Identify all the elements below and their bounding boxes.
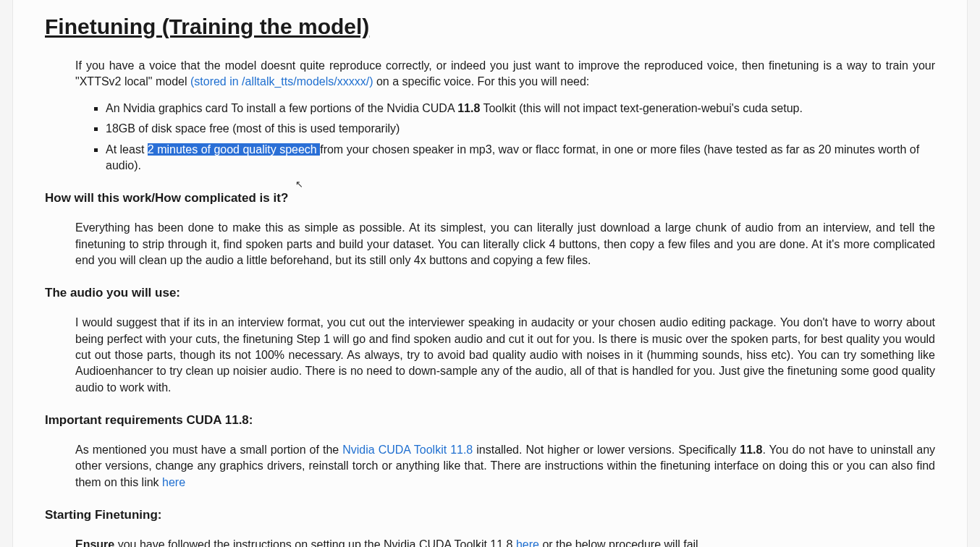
req3-a: At least xyxy=(106,143,148,156)
cuda-toolkit-link[interactable]: Nvidia CUDA Toolkit 11.8 xyxy=(342,444,473,456)
section-how-body: Everything has been done to make this as… xyxy=(75,220,935,268)
page-title: Finetuning (Training the model) xyxy=(45,12,935,42)
requirement-item-disk: 18GB of disk space free (most of this is… xyxy=(106,121,935,137)
requirement-item-audio: At least 2 minutes of good quality speec… xyxy=(106,142,935,174)
highlighted-duration: 2 minutes of good quality speech xyxy=(148,143,320,156)
section-audio-body: I would suggest that if its in an interv… xyxy=(75,315,935,396)
cuda-a: As mentioned you must have a small porti… xyxy=(75,444,342,456)
cuda-b: installed. Not higher or lower versions.… xyxy=(473,444,740,456)
req1-a: An Nvidia graphics card To install a few… xyxy=(106,102,457,114)
section-cuda-body: As mentioned you must have a small porti… xyxy=(75,442,935,491)
start-p1: Ensure you have followed the instruction… xyxy=(75,537,935,547)
section-audio-heading: The audio you will use: xyxy=(45,284,935,302)
ensure-bold: Ensure xyxy=(75,538,114,547)
intro-text-2: on a specific voice. For this you will n… xyxy=(373,75,590,88)
req1-version: 11.8 xyxy=(457,102,480,114)
model-path-link[interactable]: (stored in /alltalk_tts/models/xxxxx/) xyxy=(190,75,373,88)
cuda-version-bold: 11.8 xyxy=(740,444,762,456)
cuda-here-link[interactable]: here xyxy=(162,476,185,488)
intro-paragraph: If you have a voice that the model doesn… xyxy=(75,58,935,90)
start-p1-a: you have followed the instructions on se… xyxy=(114,538,516,547)
start-p1-b: or the below procedure will fail. xyxy=(539,538,701,547)
start-here-link-1[interactable]: here xyxy=(516,538,539,547)
section-cuda-heading: Important requirements CUDA 11.8: xyxy=(45,412,935,429)
requirements-list: An Nvidia graphics card To install a few… xyxy=(106,101,935,174)
req1-c: Toolkit (this will not impact text-gener… xyxy=(480,102,803,114)
section-start-heading: Starting Finetuning: xyxy=(45,506,935,524)
section-how-heading: How will this work/How complicated is it… xyxy=(45,190,935,207)
requirement-item-gpu: An Nvidia graphics card To install a few… xyxy=(106,101,935,116)
